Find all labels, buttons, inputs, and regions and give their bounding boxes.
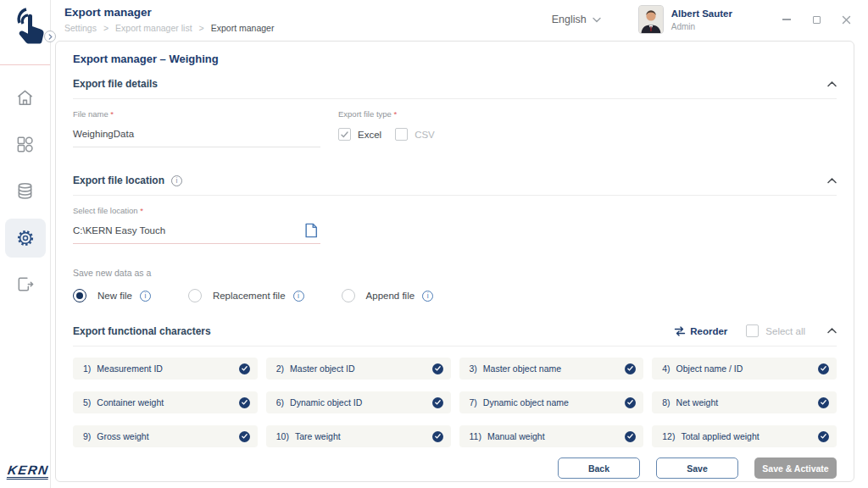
checked-circle-icon[interactable] <box>239 431 250 442</box>
checked-circle-icon[interactable] <box>432 397 443 408</box>
select-all-label: Select all <box>765 326 805 336</box>
maximize-button[interactable] <box>811 14 821 25</box>
file-details-fields: File name * WeighingData Export file typ… <box>73 109 837 147</box>
divider <box>73 346 837 347</box>
item-number: 7) <box>470 397 477 408</box>
item-number: 5) <box>83 397 91 408</box>
checked-circle-icon[interactable] <box>239 397 250 408</box>
radio-unselected-icon[interactable] <box>188 289 202 302</box>
radio-option-replacement-file[interactable]: Replacement file i <box>188 289 304 302</box>
logout-icon <box>15 274 35 294</box>
item-number: 2) <box>276 363 284 374</box>
item-number: 10) <box>276 431 289 441</box>
file-location-input[interactable]: C:\KERN Easy Touch <box>73 225 320 244</box>
item-number: 9) <box>83 431 91 441</box>
functional-character-item-8[interactable]: 8)Net weight <box>652 391 837 413</box>
csv-label: CSV <box>415 130 435 140</box>
file-type-field-group: Export file type * Excel CSV <box>338 109 448 147</box>
minimize-button[interactable] <box>782 14 792 25</box>
functional-character-item-4[interactable]: 4)Object name / ID <box>652 358 837 380</box>
radio-selected-icon[interactable] <box>73 289 86 302</box>
checked-circle-icon[interactable] <box>432 363 443 374</box>
radio-option-new-file[interactable]: New file i <box>73 289 151 302</box>
back-button[interactable]: Back <box>558 458 640 479</box>
excel-label: Excel <box>358 130 381 140</box>
save-and-activate-button[interactable]: Save & Activate <box>754 458 837 479</box>
excel-checkbox[interactable] <box>338 128 351 141</box>
checked-circle-icon[interactable] <box>625 363 636 374</box>
functional-character-item-9[interactable]: 9)Gross weight <box>73 425 258 447</box>
checked-circle-icon[interactable] <box>239 363 250 374</box>
required-asterisk: * <box>393 109 397 119</box>
top-header: Export manager Settings > Export manager… <box>52 0 868 39</box>
breadcrumb-settings[interactable]: Settings <box>64 23 97 33</box>
checked-circle-icon[interactable] <box>818 363 829 374</box>
section-file-details-header: Export file details <box>73 78 837 90</box>
collapse-functional-characters-button[interactable] <box>827 328 837 334</box>
item-number: 6) <box>276 397 284 408</box>
item-number: 11) <box>470 431 481 441</box>
csv-checkbox[interactable] <box>395 128 408 141</box>
window-controls <box>782 14 851 25</box>
radio-option-append-file[interactable]: Append file i <box>342 289 434 302</box>
item-label: Master object name <box>483 363 561 374</box>
sidebar-item-apps[interactable] <box>0 121 50 168</box>
breadcrumb-export-manager-list[interactable]: Export manager list <box>115 23 192 33</box>
card-title: Export manager – Weighing <box>73 53 837 65</box>
item-number: 3) <box>470 363 477 374</box>
file-name-input[interactable]: WeighingData <box>73 129 320 147</box>
checked-circle-icon[interactable] <box>625 431 636 442</box>
sidebar-item-logout[interactable] <box>0 261 50 308</box>
sidebar-nav <box>0 75 50 308</box>
functional-character-item-10[interactable]: 10)Tare weight <box>266 425 451 447</box>
chevron-right-icon <box>47 34 53 40</box>
functional-character-item-3[interactable]: 3)Master object name <box>459 358 644 380</box>
language-selector[interactable]: English <box>552 14 601 25</box>
language-label: English <box>552 14 587 25</box>
chevron-up-icon <box>827 328 837 334</box>
functional-character-item-12[interactable]: 12)Total applied weight <box>652 425 837 447</box>
functional-character-item-7[interactable]: 7)Dynamic object name <box>459 391 644 413</box>
append-file-label: Append file <box>366 291 415 301</box>
functional-character-item-11[interactable]: 11)Manual weight <box>459 425 644 447</box>
save-button[interactable]: Save <box>656 458 738 479</box>
sidebar-item-home[interactable] <box>0 75 50 121</box>
select-all-control[interactable]: Select all <box>746 324 805 337</box>
functional-character-item-6[interactable]: 6)Dynamic object ID <box>266 391 451 413</box>
item-label: Tare weight <box>295 431 341 441</box>
required-asterisk: * <box>110 109 114 119</box>
functional-character-item-2[interactable]: 2)Master object ID <box>266 358 451 380</box>
close-button[interactable] <box>841 14 851 25</box>
close-icon <box>842 15 851 25</box>
info-icon[interactable]: i <box>293 291 304 302</box>
item-label: Total applied weight <box>681 431 759 441</box>
item-label: Dynamic object name <box>483 397 569 408</box>
header-right: English Albert Sauter Admin <box>552 5 868 34</box>
checked-circle-icon[interactable] <box>818 431 829 442</box>
sidebar-item-database[interactable] <box>0 168 50 214</box>
item-label: Dynamic object ID <box>290 397 362 408</box>
info-icon[interactable]: i <box>140 291 151 302</box>
sidebar-divider <box>0 64 50 65</box>
checked-circle-icon[interactable] <box>818 397 829 408</box>
browse-file-icon[interactable] <box>303 222 319 239</box>
user-avatar[interactable] <box>638 5 664 34</box>
collapse-file-location-button[interactable] <box>827 178 837 184</box>
reorder-button[interactable]: Reorder <box>674 326 727 336</box>
info-icon[interactable]: i <box>422 291 433 302</box>
functional-character-item-1[interactable]: 1)Measurement ID <box>73 358 258 380</box>
item-number: 8) <box>662 397 670 408</box>
functional-character-item-5[interactable]: 5)Container weight <box>73 391 258 413</box>
select-all-checkbox[interactable] <box>746 324 759 337</box>
radio-unselected-icon[interactable] <box>342 289 355 302</box>
collapse-file-details-button[interactable] <box>827 81 837 87</box>
sidebar-item-settings[interactable] <box>0 214 50 261</box>
info-icon[interactable]: i <box>171 175 182 186</box>
section-title-functional-characters: Export functional characters <box>73 325 211 337</box>
file-name-field-group: File name * WeighingData <box>73 109 338 147</box>
file-name-label: File name * <box>73 109 338 119</box>
item-number: 12) <box>662 431 675 441</box>
sidebar-expand-button[interactable] <box>44 30 56 42</box>
checked-circle-icon[interactable] <box>432 431 443 442</box>
checked-circle-icon[interactable] <box>625 397 636 408</box>
